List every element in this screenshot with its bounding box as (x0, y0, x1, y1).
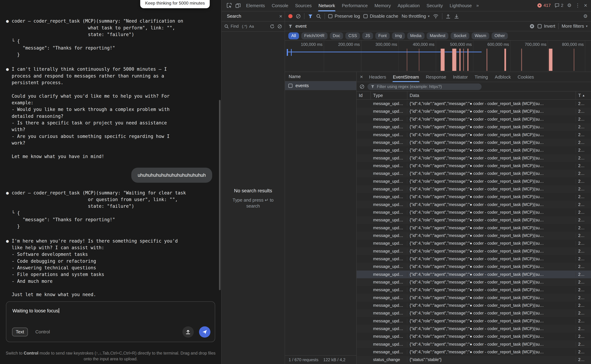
eventstream-row[interactable]: message_upd…{"id":4,"role":"agent","mess… (357, 224, 591, 232)
filter-chip-media[interactable]: Media (407, 32, 425, 39)
eventstream-row[interactable]: message_upd…{"id":4,"role":"agent","mess… (357, 348, 591, 356)
inspect-element-icon[interactable] (225, 0, 234, 10)
detail-tab-response[interactable]: Response (422, 72, 450, 82)
eventstream-row[interactable]: message_upd…{"id":4,"role":"agent","mess… (357, 263, 591, 271)
throttling-dropdown[interactable]: No throttling ▾ (401, 14, 430, 19)
filter-chip-other[interactable]: Other (492, 32, 508, 39)
eventstream-row[interactable]: status_change{"status":"stable"}2… (357, 356, 591, 364)
devtools-tab-security[interactable]: Security (423, 0, 446, 11)
filter-chip-doc[interactable]: Doc (330, 32, 343, 39)
requests-name-header[interactable]: Name (285, 72, 356, 81)
column-header-data[interactable]: Data (407, 91, 576, 99)
eventstream-row[interactable]: message_upd…{"id":4,"role":"agent","mess… (357, 208, 591, 216)
filter-chip-all[interactable]: All (288, 32, 299, 39)
devtools-tab-elements[interactable]: Elements (243, 0, 268, 11)
chat-scrollbar[interactable] (219, 100, 221, 290)
request-row-events[interactable]: events (285, 81, 356, 90)
disable-cache-checkbox[interactable]: Disable cache (363, 14, 398, 19)
detail-tab-headers[interactable]: Headers (366, 72, 389, 82)
filter-chip-css[interactable]: CSS (345, 32, 360, 39)
record-icon[interactable] (288, 14, 293, 18)
column-header-type[interactable]: Type (371, 91, 407, 99)
eventstream-row[interactable]: message_upd…{"id":4,"role":"agent","mess… (357, 131, 591, 139)
keep-thinking-menu-item[interactable]: Keep thinking for 5000 minutes (140, 0, 210, 8)
eventstream-row[interactable]: message_upd…{"id":4,"role":"agent","mess… (357, 271, 591, 278)
preserve-log-checkbox[interactable]: Preserve log (328, 14, 360, 19)
network-conditions-icon[interactable] (433, 14, 439, 19)
close-search-icon[interactable]: × (279, 14, 282, 19)
eventstream-row[interactable]: message_upd…{"id":4,"role":"agent","mess… (357, 309, 591, 317)
network-settings-gear-icon[interactable]: ⚙ (583, 14, 587, 19)
detail-tab-cookies[interactable]: Cookies (514, 72, 537, 82)
eventstream-row[interactable]: message_upd…{"id":4,"role":"agent","mess… (357, 201, 591, 208)
eventstream-row[interactable]: message_upd…{"id":4,"role":"agent","mess… (357, 247, 591, 255)
eventstream-row[interactable]: message_upd…{"id":4,"role":"agent","mess… (357, 232, 591, 239)
detail-tab-adblock[interactable]: Adblock (491, 72, 514, 82)
eventstream-row[interactable]: message_upd…{"id":4,"role":"agent","mess… (357, 340, 591, 348)
more-tabs-chevron[interactable]: » (475, 3, 480, 8)
column-header-id[interactable]: Id (357, 91, 371, 99)
eventstream-row[interactable]: message_upd…{"id":4,"role":"agent","mess… (357, 154, 591, 162)
devtools-tab-lighthouse[interactable]: Lighthouse (446, 0, 475, 11)
eventstream-row[interactable]: message_upd…{"id":4,"role":"agent","mess… (357, 100, 591, 107)
export-har-icon[interactable] (454, 14, 459, 19)
close-detail-icon[interactable]: × (357, 74, 366, 79)
eventstream-row[interactable]: message_upd…{"id":4,"role":"agent","mess… (357, 177, 591, 185)
invert-checkbox[interactable]: Invert (538, 24, 555, 29)
more-filters-dropdown[interactable]: More filters ▾ (562, 24, 587, 29)
eventstream-row[interactable]: message_upd…{"id":4,"role":"agent","mess… (357, 255, 591, 263)
console-message-badge[interactable]: 2 (555, 3, 563, 8)
detail-tab-timing[interactable]: Timing (471, 72, 491, 82)
kebab-menu-icon[interactable]: ⋮ (575, 3, 580, 8)
eventstream-row[interactable]: message_upd…{"id":4,"role":"agent","mess… (357, 240, 591, 247)
clear-eventstream-icon[interactable] (360, 84, 364, 89)
detail-tab-eventstream[interactable]: EventStream (389, 72, 422, 82)
devtools-tab-performance[interactable]: Performance (338, 0, 371, 11)
filter-input[interactable]: event (296, 24, 307, 29)
close-devtools-icon[interactable]: × (584, 3, 587, 8)
eventstream-row[interactable]: message_upd…{"id":4,"role":"agent","mess… (357, 294, 591, 301)
devtools-tab-sources[interactable]: Sources (292, 0, 315, 11)
refresh-icon[interactable] (270, 24, 275, 29)
eventstream-row[interactable]: message_upd…{"id":4,"role":"agent","mess… (357, 286, 591, 294)
filter-chip-font[interactable]: Font (375, 32, 390, 39)
filter-chip-js[interactable]: JS (362, 32, 373, 39)
eventstream-row[interactable]: message_upd…{"id":4,"role":"agent","mess… (357, 325, 591, 332)
network-overview-timeline[interactable]: 100,000 ms200,000 ms300,000 ms400,000 ms… (285, 41, 591, 72)
clear-filter-icon[interactable] (530, 24, 534, 29)
eventstream-row[interactable]: message_upd…{"id":4,"role":"agent","mess… (357, 162, 591, 169)
eventstream-filter-input[interactable]: Filter using regex (example: https?) (368, 84, 482, 90)
import-har-icon[interactable] (446, 14, 451, 19)
clear-log-icon[interactable] (296, 14, 301, 19)
eventstream-row[interactable]: message_upd…{"id":4,"role":"agent","mess… (357, 317, 591, 325)
eventstream-row[interactable]: message_upd…{"id":4,"role":"agent","mess… (357, 170, 591, 177)
device-toolbar-icon[interactable] (234, 0, 243, 10)
eventstream-row[interactable]: message_upd…{"id":4,"role":"agent","mess… (357, 115, 591, 123)
network-search-icon[interactable] (316, 14, 321, 19)
search-input[interactable]: Find (230, 24, 240, 29)
regex-toggle[interactable]: (.*) (242, 24, 247, 29)
eventstream-row[interactable]: message_upd…{"id":4,"role":"agent","mess… (357, 146, 591, 154)
error-badge[interactable]: 417 (537, 3, 551, 8)
settings-gear-icon[interactable]: ⚙ (567, 3, 571, 8)
detail-tab-initiator[interactable]: Initiator (450, 72, 471, 82)
clear-search-icon[interactable] (277, 24, 282, 29)
filter-funnel-icon[interactable] (308, 14, 313, 19)
eventstream-row[interactable]: message_upd…{"id":4,"role":"agent","mess… (357, 185, 591, 193)
checkbox-icon[interactable] (288, 84, 293, 88)
filter-chip-fetch-xhr[interactable]: Fetch/XHR (301, 32, 328, 39)
send-button[interactable] (199, 326, 210, 338)
eventstream-row[interactable]: message_upd…{"id":4,"role":"agent","mess… (357, 278, 591, 286)
filter-chip-socket[interactable]: Socket (451, 32, 469, 39)
match-case-toggle[interactable]: Aa (249, 24, 254, 29)
devtools-tab-application[interactable]: Application (394, 0, 423, 11)
text-mode-button[interactable]: Text (12, 328, 28, 336)
composer-input[interactable]: Waiting to loose focus (6, 302, 215, 314)
filter-chip-manifest[interactable]: Manifest (427, 32, 448, 39)
devtools-tab-network[interactable]: Network (315, 0, 338, 11)
devtools-tab-memory[interactable]: Memory (371, 0, 394, 11)
eventstream-row[interactable]: message_upd…{"id":4,"role":"agent","mess… (357, 216, 591, 224)
eventstream-row[interactable]: message_upd…{"id":4,"role":"agent","mess… (357, 301, 591, 309)
eventstream-row[interactable]: message_upd…{"id":4,"role":"agent","mess… (357, 139, 591, 146)
eventstream-row[interactable]: message_upd…{"id":4,"role":"agent","mess… (357, 108, 591, 115)
